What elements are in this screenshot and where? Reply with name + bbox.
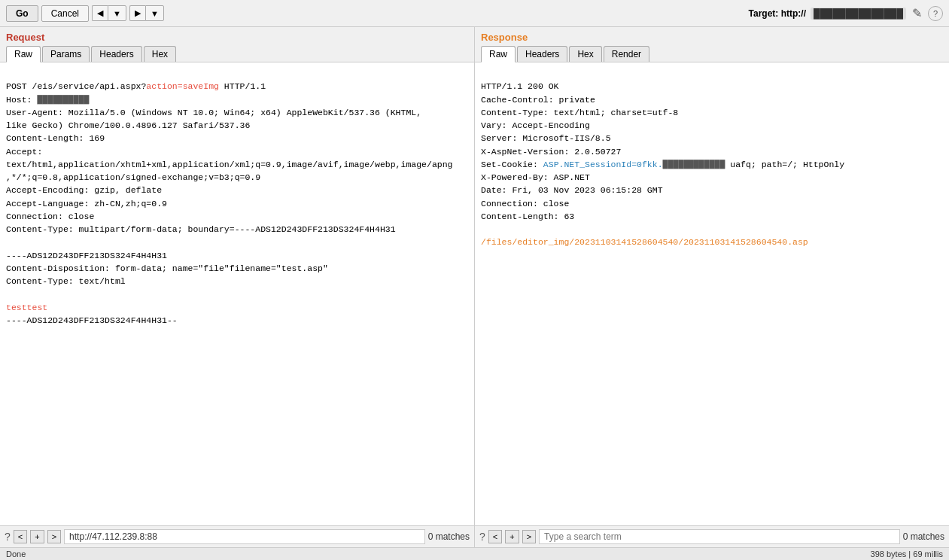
response-tab-raw[interactable]: Raw	[481, 46, 516, 62]
response-search-input[interactable]	[539, 529, 900, 544]
toolbar: Go Cancel ◀ ▼ ▶ ▼ Target: http:// ██████…	[0, 0, 949, 27]
back-dropdown-button[interactable]: ▼	[108, 5, 126, 21]
response-search-add[interactable]: +	[505, 530, 519, 543]
request-search-add[interactable]: +	[30, 530, 44, 543]
response-panel: Response Raw Headers Hex Render HTTP/1.1…	[475, 27, 949, 525]
status-done: Done	[6, 549, 26, 558]
back-button[interactable]: ◀	[92, 5, 108, 21]
forward-button[interactable]: ▶	[129, 5, 145, 21]
response-tab-render[interactable]: Render	[604, 46, 649, 62]
response-bottom-section: ? < + > 0 matches	[475, 526, 949, 547]
target-label: Target: http://	[749, 8, 806, 19]
response-tab-hex[interactable]: Hex	[569, 46, 601, 62]
request-help-icon[interactable]: ?	[5, 531, 11, 543]
help-button[interactable]: ?	[928, 6, 943, 21]
toolbar-right: Target: http:// ██████████████ ✎ ?	[749, 5, 943, 22]
target-url: ██████████████	[811, 8, 906, 20]
request-search-input[interactable]	[64, 529, 425, 544]
toolbar-left: Go Cancel ◀ ▼ ▶ ▼	[6, 5, 746, 22]
cancel-button[interactable]: Cancel	[41, 5, 89, 22]
request-matches-label: 0 matches	[428, 531, 470, 542]
status-bytes: 398 bytes | 69 millis	[871, 549, 943, 558]
request-tabs: Raw Params Headers Hex	[6, 46, 468, 62]
request-tab-raw[interactable]: Raw	[6, 46, 41, 62]
request-content: POST /eis/service/api.aspx?action=saveIm…	[0, 62, 474, 525]
response-search-back[interactable]: <	[488, 530, 502, 543]
forward-dropdown-button[interactable]: ▼	[145, 5, 164, 21]
response-tabs: Raw Headers Hex Render	[481, 46, 943, 62]
response-content: HTTP/1.1 200 OK Cache-Control: private C…	[475, 62, 949, 525]
response-title: Response	[481, 32, 943, 43]
response-header: Response Raw Headers Hex Render	[475, 27, 949, 62]
request-search-back[interactable]: <	[14, 530, 27, 543]
forward-nav-group: ▶ ▼	[129, 5, 164, 21]
request-bottom-section: ? < + > 0 matches	[0, 526, 475, 547]
response-help-icon[interactable]: ?	[479, 531, 485, 543]
request-search-forward[interactable]: >	[47, 530, 61, 543]
back-nav-group: ◀ ▼	[92, 5, 126, 21]
response-matches-label: 0 matches	[903, 531, 944, 542]
bottom-bar: ? < + > 0 matches ? < + > 0 matches	[0, 525, 949, 547]
request-tab-hex[interactable]: Hex	[144, 46, 176, 62]
request-title: Request	[6, 32, 468, 43]
response-line-1: HTTP/1.1 200 OK Cache-Control: private C…	[481, 81, 844, 247]
status-bar: Done 398 bytes | 69 millis	[0, 547, 949, 560]
response-tab-headers[interactable]: Headers	[517, 46, 567, 62]
request-panel: Request Raw Params Headers Hex POST /eis…	[0, 27, 475, 525]
main-panels: Request Raw Params Headers Hex POST /eis…	[0, 27, 949, 525]
go-button[interactable]: Go	[6, 5, 38, 22]
response-search-forward[interactable]: >	[522, 530, 536, 543]
request-line-1: POST /eis/service/api.aspx?action=saveIm…	[6, 81, 453, 325]
request-tab-params[interactable]: Params	[42, 46, 90, 62]
request-tab-headers[interactable]: Headers	[91, 46, 141, 62]
request-header: Request Raw Params Headers Hex	[0, 27, 474, 62]
edit-target-button[interactable]: ✎	[911, 5, 923, 22]
